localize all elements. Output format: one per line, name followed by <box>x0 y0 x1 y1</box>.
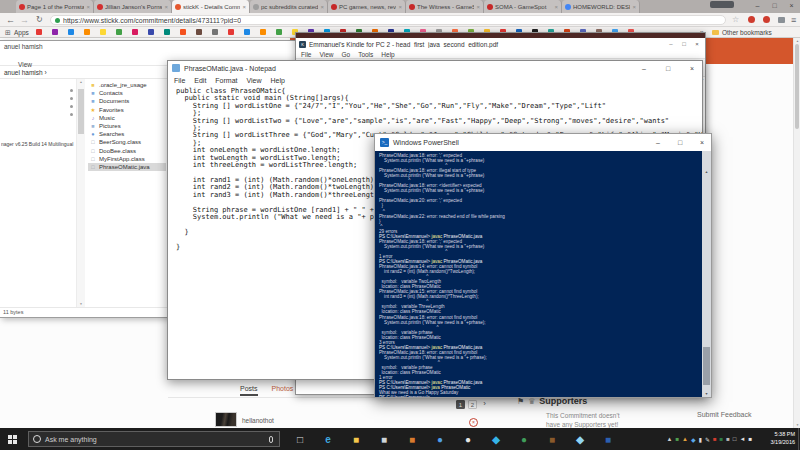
browser-tab[interactable]: Jillian Janson's Pornstar P... × <box>94 0 172 13</box>
pin-icon[interactable] <box>70 89 73 92</box>
tab-close-icon[interactable]: × <box>320 4 324 10</box>
menu-item[interactable]: Help <box>381 51 394 58</box>
scroll-up-icon[interactable]: ▲ <box>794 39 800 43</box>
pictures-folder-icon[interactable]: ■ Pictures <box>88 122 166 130</box>
film-app-icon[interactable]: ■ <box>544 431 560 447</box>
menu-item[interactable]: Format <box>215 77 237 84</box>
contacts-folder-icon[interactable]: ■ Contacts <box>88 89 166 97</box>
chrome-menu-icon[interactable]: ≡ <box>791 13 796 27</box>
battery-icon[interactable]: ▮ <box>699 436 702 443</box>
menu-item[interactable]: File <box>301 51 311 58</box>
searches-folder-icon[interactable]: ● Searches <box>88 130 166 138</box>
browser-maximize-button[interactable]: □ <box>766 0 783 12</box>
menu-item[interactable]: Tools <box>358 51 373 58</box>
store-icon[interactable]: ■ <box>376 431 392 447</box>
powershell-scrollbar[interactable]: ▲ ▼ <box>702 151 711 397</box>
documents-folder-icon[interactable]: ■ Documents <box>88 97 166 105</box>
post-thumbnail[interactable] <box>215 412 237 427</box>
cortana-search-box[interactable]: Ask me anything <box>28 431 280 447</box>
nav-pane-item[interactable]: nager v6.25 Build 14 Multilingual <box>1 141 75 147</box>
adobe-tray-icon[interactable]: ■ <box>713 436 717 442</box>
maximize-button[interactable]: □ <box>679 41 689 47</box>
favorites-folder-icon[interactable]: ★ Favorites <box>88 106 166 114</box>
tab-close-icon[interactable]: × <box>398 4 402 10</box>
browser-tab[interactable]: PC games, news, reviews... × <box>328 0 406 13</box>
folder-icon[interactable]: ■ .oracle_jre_usage <box>88 81 166 89</box>
microphone-icon[interactable] <box>269 436 273 443</box>
stickk-tab[interactable]: Photos <box>272 385 294 396</box>
bookmark-favicon[interactable] <box>68 29 74 35</box>
menu-item[interactable]: View <box>319 51 333 58</box>
tab-close-icon[interactable]: × <box>242 4 246 10</box>
bookmark-favicon[interactable] <box>52 29 58 35</box>
submit-feedback-link[interactable]: Submit Feedback <box>697 411 751 418</box>
file-explorer-icon[interactable]: ■ <box>348 431 364 447</box>
tab-close-icon[interactable]: × <box>632 4 636 10</box>
maximize-button[interactable]: □ <box>658 62 678 75</box>
profile-badge[interactable] <box>710 1 734 8</box>
pagination-item[interactable]: 1 <box>456 400 465 409</box>
reload-icon[interactable]: ↻ <box>36 13 43 27</box>
apps-grid-icon[interactable]: ⊞ <box>5 29 11 37</box>
stickk-tab[interactable]: Posts <box>240 385 258 396</box>
bookmark-favicon[interactable] <box>276 29 282 35</box>
powershell-title-bar[interactable]: >_ Windows PowerShell – □ × <box>375 134 711 151</box>
back-icon[interactable]: ← <box>6 13 15 27</box>
scrollbar-thumb[interactable] <box>795 44 799 129</box>
console-output[interactable]: PhraseOMatic.java:18: error: ';' expecte… <box>375 151 702 397</box>
explorer-scrollbar[interactable]: ▲ ▼ <box>77 79 85 307</box>
file-icon[interactable]: □ MyFirstApp.class <box>88 155 166 163</box>
scrollbar-thumb[interactable] <box>703 347 710 385</box>
bookmark-star-icon[interactable]: ☆ <box>732 13 739 27</box>
pin-icon[interactable] <box>70 97 73 100</box>
bookmark-favicon[interactable] <box>132 29 138 35</box>
page-scrollbar[interactable]: ▲ ▼ <box>793 38 800 428</box>
remove-icon[interactable]: × <box>469 418 478 427</box>
bookmark-favicon[interactable] <box>196 29 202 35</box>
taskbar-clock[interactable]: 5:38 PM 3/19/2016 <box>771 431 795 446</box>
close-button[interactable]: × <box>693 139 711 146</box>
menu-item[interactable]: Edit <box>194 77 206 84</box>
edge-icon[interactable]: e <box>320 431 336 447</box>
xbox-icon[interactable]: ● <box>460 431 476 447</box>
earth-app-icon[interactable]: ● <box>516 431 532 447</box>
browser-tab[interactable]: HOMEWORLD: DESERTS O... × <box>562 0 640 13</box>
printer-extension-icon[interactable] <box>778 17 785 23</box>
bluetooth-icon[interactable]: ◆ <box>691 436 696 443</box>
post-author[interactable]: hellanothot <box>242 417 274 424</box>
bookmark-favicon[interactable] <box>228 29 234 35</box>
task-view-icon[interactable]: □ <box>292 431 308 447</box>
browser-tab[interactable]: SOMA - GameSpot × <box>484 0 562 13</box>
file-icon[interactable]: □ BeerSong.class <box>88 138 166 146</box>
browser-minimize-button[interactable]: – <box>749 0 766 12</box>
music-folder-icon[interactable]: ♪ Music <box>88 114 166 122</box>
bookmark-favicon[interactable] <box>116 29 122 35</box>
menu-item[interactable]: View <box>247 77 262 84</box>
extension-icon[interactable] <box>763 16 770 23</box>
close-button[interactable]: × <box>682 62 702 75</box>
excel-tray-icon[interactable]: ■ <box>720 436 724 442</box>
other-bookmarks-label[interactable]: Other bookmarks <box>722 29 772 36</box>
browser-tab[interactable]: stickK - Details Commitm... × <box>172 0 250 13</box>
scroll-down-icon[interactable]: ▼ <box>702 392 711 396</box>
gray-tray-icon[interactable]: ■ <box>726 436 730 442</box>
scroll-up-icon[interactable]: ▲ <box>702 170 711 174</box>
scroll-down-icon[interactable]: ▼ <box>77 302 85 306</box>
bookmark-favicon[interactable] <box>164 29 170 35</box>
tab-close-icon[interactable]: × <box>86 4 90 10</box>
pen-icon[interactable]: ✎ <box>705 436 710 443</box>
menu-item[interactable]: Help <box>271 77 285 84</box>
start-button[interactable] <box>0 428 24 450</box>
bookmark-favicon[interactable] <box>84 29 90 35</box>
file-icon[interactable]: □ PhraseOMatic.java <box>88 163 166 171</box>
forward-icon[interactable]: → <box>20 13 29 27</box>
chrome-icon[interactable]: ● <box>432 431 448 447</box>
browser-tab[interactable]: pc subreddits curated by × <box>250 0 328 13</box>
scrollbar-thumb[interactable] <box>78 89 84 134</box>
file-icon[interactable]: □ DooBee.class <box>88 147 166 155</box>
pin-icon[interactable] <box>70 105 73 108</box>
tab-close-icon[interactable]: × <box>476 4 480 10</box>
url-text[interactable]: https://www.stickk.com/commitment/detail… <box>63 17 241 24</box>
pin-icon[interactable] <box>70 113 73 116</box>
bookmark-favicon[interactable] <box>148 29 154 35</box>
